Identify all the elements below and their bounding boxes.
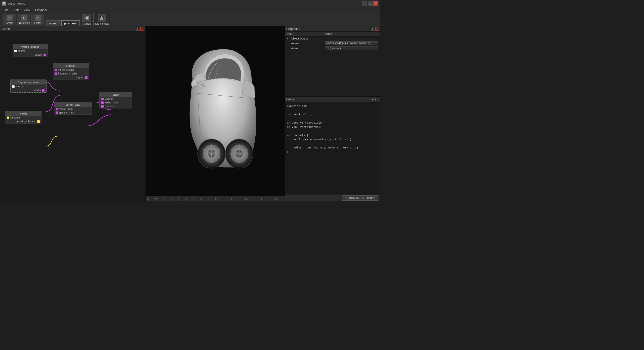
node-program[interactable]: program vertex_shader fragment_shader pr… [53,63,89,80]
node-program-out-port: program [53,75,89,79]
svg-point-2 [86,17,88,19]
editor-panel: Editor ◈ ✕ #version 430 out vec4 color; … [285,97,380,201]
graph-panel-controls: ◈ ✕ [136,27,144,31]
properties-panel-header: Properties ◈ ✕ [285,26,380,32]
status-badge: ⊡ (no errors) [325,46,378,50]
properties-toolbar-btn[interactable]: ≡ Properties [17,14,30,25]
node-fragment-shader-shader-port: shader [11,88,46,92]
titlebar: P possumwood — □ ✕ [0,0,380,7]
port-loader-polymesh-out [37,120,40,123]
node-program-fs-port: fragment_shader [53,72,89,75]
table-row: source [285,41,380,46]
graph-panel-title: Graph [2,27,136,31]
toolbar-buttons: ⬡ Graph ≡ Properties ✎ Editor [3,14,44,25]
tick-4: 4 [254,197,269,201]
code-line: in vec3 vertexNormal; [287,125,378,129]
graph-canvas-area[interactable]: vertex_shader source shader fragment_sha… [0,32,145,201]
maximize-button[interactable]: □ [368,1,373,6]
properties-panel-title: Properties [286,27,371,31]
node-loader-polymesh-port: generic_polymesh [5,120,41,123]
menu-view[interactable]: View [21,7,33,13]
editor-footer: ✓ Apply (CTRL+Return) [285,194,380,201]
editor-panel-controls: ◈ ✕ [371,98,379,101]
node-vertex-shader-source-port: source [13,49,48,53]
thumb-auto-normals-icon [98,14,106,22]
props-pin-button[interactable]: ◈ [371,27,374,31]
viewport-body[interactable] [146,26,285,196]
props-status-value: ⊡ (no errors) [323,46,380,51]
code-line: void main() { [287,133,378,138]
port-draw-vd-in [101,101,104,104]
tick-1: 1 [163,197,178,201]
port-frag-source-in [12,85,15,88]
node-fragment-shader[interactable]: fragment_shader source shader [10,80,47,93]
code-line [287,142,378,146]
node-vertex-data-title: vertex_data [54,102,92,107]
graph-toolbar-icon: ⬡ [7,15,13,21]
props-source-input[interactable] [325,41,378,45]
graph-panel-header: Graph ◈ ✕ [0,26,145,32]
editor-panel-title: Editor [286,98,371,101]
tick-1.5: 1.5 [178,197,193,201]
code-line: } [287,150,378,154]
props-tree-fragment-shader[interactable]: ▼ [object Object] [285,36,323,41]
props-col-item: item [285,32,323,36]
node-fragment-shader-source-port: source [11,85,46,88]
node-canvas: vertex_shader source shader fragment_sha… [0,32,145,201]
status-text: (no errors) [330,47,342,50]
table-row: status ⊡ (no errors) [285,46,380,51]
node-draw-uniforms-port: uniforms [100,104,132,108]
node-loader-filename-port: filename [5,116,41,120]
port-source-in [14,50,17,52]
node-fragment-shader-title: fragment_shader [11,80,46,85]
minimize-button[interactable]: — [362,1,367,6]
props-source-label: source [285,41,323,46]
tree-expand-icon: ▼ [286,37,289,40]
tick-4.5: 4.5 [269,197,284,201]
menu-edit[interactable]: Edit [11,7,21,13]
thumb-auto-normals-btn[interactable]: auto normals [93,13,110,26]
menu-file[interactable]: File [1,7,11,13]
graph-close-button[interactable]: ✕ [140,27,144,31]
node-vertex-data-vd-port: vertex_data [54,107,92,111]
apply-button[interactable]: ✓ Apply (CTRL+Return) [342,195,378,201]
props-source-value[interactable] [323,41,380,46]
node-program-title: program [53,63,89,68]
props-status-label: status [285,46,323,51]
timeline-ticks: 0.5 1 1.5 2 2.5 3 3.5 4 4.5 [148,197,284,201]
editor-toolbar-btn[interactable]: ✎ Editor [31,14,44,25]
node-vertex-data[interactable]: vertex_data vertex_data generic_mesh [54,102,92,115]
viewport-panel: 0 0.5 1 1.5 2 2.5 3 3.5 4 4.5 [146,26,285,201]
port-vd-in [56,108,58,110]
port-program-vs-in [55,69,57,71]
graph-pin-button[interactable]: ◈ [136,27,139,31]
car-render [146,26,285,196]
tick-3: 3 [224,197,239,201]
main-content: Graph ◈ ✕ [0,26,380,201]
editor-pin-button[interactable]: ◈ [371,98,374,101]
editor-close-button[interactable]: ✕ [375,98,379,101]
tab-opengl[interactable]: opengl [46,20,61,26]
editor-toolbar-icon: ✎ [35,15,41,21]
port-loader-filename-in [7,116,9,119]
tab-polymesh[interactable]: polymesh [61,20,80,26]
menu-playback[interactable]: Playback [33,7,50,13]
node-loader-title: loader [5,111,41,116]
node-loader[interactable]: loader filename generic_polymesh [5,111,42,124]
port-draw-uniforms-in [101,105,104,108]
menubar: File Edit View Playback [0,7,380,13]
port-frag-shader-out [42,89,45,92]
code-line [287,129,378,133]
toolbar-tabs: opengl polymesh [46,20,80,26]
graph-toolbar-btn[interactable]: ⬡ Graph [3,14,16,25]
node-vertex-shader[interactable]: vertex_shader source shader [13,44,48,57]
props-close-button[interactable]: ✕ [375,27,379,31]
window-close-button[interactable]: ✕ [373,1,378,6]
editor-body[interactable]: #version 430 out vec4 color; in vec3 ver… [285,102,380,194]
code-line: in vec3 vertexPosition; [287,121,378,125]
node-draw[interactable]: draw program vertex_data uniforms [99,92,132,108]
svg-point-21 [195,167,256,173]
table-row[interactable]: ▼ [object Object] [285,36,380,41]
tick-3.5: 3.5 [239,197,254,201]
thumb-simple-btn[interactable]: simple [82,13,92,26]
